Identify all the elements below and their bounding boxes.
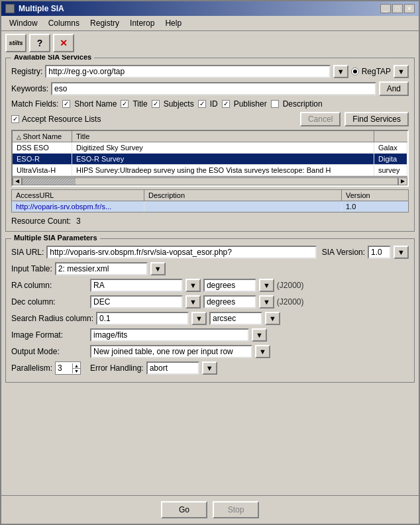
checkbox-id[interactable] — [198, 100, 206, 108]
go-btn[interactable]: Go — [161, 501, 207, 518]
parallelism-spinner[interactable]: ▲ ▼ — [72, 363, 80, 373]
window-icon — [5, 4, 15, 13]
checkbox-publisher[interactable] — [222, 100, 230, 108]
access-table: AccessURL Description Version http://vop… — [11, 189, 409, 213]
menu-columns[interactable]: Columns — [43, 17, 85, 29]
access-table-row[interactable]: http://voparis-srv.obspm.fr/s... 1.0 — [12, 201, 408, 212]
label-description: Description — [283, 99, 323, 109]
error-handling-dropdown[interactable]: ▼ — [202, 361, 217, 375]
checkbox-short-name[interactable] — [62, 100, 70, 108]
label-subjects: Subjects — [164, 99, 194, 109]
dec-column-dropdown[interactable]: ▼ — [185, 295, 201, 309]
dec-unit-dropdown[interactable]: ▼ — [259, 295, 274, 309]
toolbar: stilts ? ✕ — [1, 31, 419, 55]
dec-column-label: Dec column: — [11, 297, 87, 307]
menu-interop[interactable]: Interop — [125, 17, 160, 29]
accept-resource-lists-checkbox[interactable] — [11, 115, 19, 123]
services-table: △ Short Name Title DSS ESO Digitized Sky… — [11, 130, 409, 187]
ra-unit-dropdown[interactable]: ▼ — [259, 279, 274, 292]
output-mode-input[interactable] — [90, 345, 252, 358]
image-format-input[interactable] — [90, 328, 249, 342]
input-table-dropdown[interactable]: ▼ — [150, 262, 166, 275]
stop-btn[interactable]: Stop — [213, 501, 259, 518]
sia-url-label: SIA URL: — [11, 248, 44, 257]
search-radius-unit-input[interactable] — [209, 312, 262, 325]
search-radius-dropdown[interactable]: ▼ — [191, 312, 207, 325]
hscroll-track[interactable] — [22, 177, 398, 185]
td-extra-1: Galax — [374, 142, 407, 153]
close-btn[interactable]: ✕ — [404, 4, 415, 13]
search-radius-unit-dropdown[interactable]: ▼ — [265, 312, 280, 325]
ra-column-input[interactable] — [90, 279, 183, 292]
table-row[interactable]: DSS ESO Digitized Sky Survey Galax — [13, 142, 407, 154]
td-extra-2: Digita — [374, 154, 407, 164]
output-mode-label: Output Mode: — [11, 347, 87, 356]
window-title: Multiple SIA — [19, 4, 376, 13]
ra-column-row: RA column: ▼ ▼ (J2000) — [11, 279, 409, 292]
match-fields-row: Match Fields: Short Name Title Subjects … — [11, 99, 409, 109]
search-radius-input[interactable] — [96, 312, 189, 325]
table-row[interactable]: ESO-R ESO-R Survey Digita — [13, 154, 407, 165]
regtap-radio[interactable] — [351, 68, 359, 75]
and-btn[interactable]: And — [379, 81, 409, 96]
th-access-url: AccessURL — [12, 190, 144, 201]
search-radius-row: Search Radius column: ▼ ▼ — [11, 312, 409, 325]
td-title-2: ESO-R Survey — [72, 154, 374, 164]
td-access-description — [144, 201, 342, 212]
cancel-btn[interactable]: Cancel — [300, 112, 341, 126]
menu-window[interactable]: Window — [4, 17, 43, 29]
error-handling-input[interactable] — [146, 361, 199, 375]
label-id: ID — [210, 99, 218, 109]
checkbox-title[interactable] — [121, 100, 129, 108]
sia-version-input[interactable] — [368, 246, 391, 259]
find-services-btn[interactable]: Find Services — [344, 112, 409, 126]
sia-params-title: Multiple SIA Parameters — [11, 234, 100, 242]
toolbar-close-btn[interactable]: ✕ — [53, 34, 74, 52]
registry-row: Registry: ▼ RegTAP ▼ — [11, 65, 409, 78]
image-format-dropdown[interactable]: ▼ — [252, 328, 267, 342]
parallelism-input[interactable] — [56, 362, 72, 374]
dec-column-input[interactable] — [90, 295, 183, 309]
horizontal-scrollbar[interactable]: ◀ ▶ — [13, 176, 407, 185]
stilts-btn[interactable]: stilts — [5, 34, 26, 52]
td-extra-3: survey — [374, 165, 407, 175]
label-short-name: Short Name — [74, 99, 117, 109]
menu-help[interactable]: Help — [160, 17, 187, 29]
output-mode-dropdown[interactable]: ▼ — [255, 345, 270, 358]
parallelism-down[interactable]: ▼ — [73, 369, 80, 373]
registry-input[interactable] — [45, 65, 330, 78]
parallelism-up[interactable]: ▲ — [73, 363, 80, 369]
help-btn[interactable]: ? — [29, 34, 50, 52]
ra-column-dropdown[interactable]: ▼ — [185, 279, 201, 292]
minimize-btn[interactable]: _ — [380, 4, 391, 13]
available-services-group: Available SIA Services Registry: ▼ RegTA… — [5, 58, 415, 232]
th-extra — [374, 131, 407, 142]
content-area: Available SIA Services Registry: ▼ RegTA… — [1, 55, 419, 495]
services-table-header: △ Short Name Title — [13, 131, 407, 142]
dec-unit-input[interactable] — [203, 295, 256, 309]
parallelism-label: Parallelism: — [11, 363, 52, 373]
scroll-left-btn[interactable]: ◀ — [13, 177, 22, 185]
td-access-version: 1.0 — [342, 201, 408, 212]
menu-registry[interactable]: Registry — [85, 17, 125, 29]
error-handling-label: Error Handling: — [90, 363, 144, 373]
table-row[interactable]: UltraVista-H HIPS Survey:Ultradeep surve… — [13, 165, 407, 176]
ra-epoch-label: (J2000) — [277, 281, 304, 290]
sia-version-label: SIA Version: — [322, 248, 365, 257]
registry-dropdown-btn[interactable]: ▼ — [333, 65, 348, 78]
checkbox-description[interactable] — [271, 100, 279, 108]
maximize-btn[interactable]: □ — [392, 4, 403, 13]
services-table-body: DSS ESO Digitized Sky Survey Galax ESO-R… — [13, 142, 407, 176]
scroll-right-btn[interactable]: ▶ — [398, 177, 407, 185]
ra-unit-input[interactable] — [203, 279, 256, 292]
input-table-input[interactable] — [55, 262, 148, 275]
sia-url-input[interactable] — [46, 246, 316, 259]
ra-column-label: RA column: — [11, 281, 87, 290]
regtap-dropdown-btn[interactable]: ▼ — [394, 65, 409, 78]
td-title-1: Digitized Sky Survey — [72, 142, 374, 153]
checkbox-subjects[interactable] — [152, 100, 160, 108]
sia-version-dropdown[interactable]: ▼ — [394, 246, 409, 259]
th-description: Description — [144, 190, 342, 201]
hscroll-thumb[interactable] — [23, 178, 76, 185]
keywords-input[interactable] — [51, 82, 376, 95]
